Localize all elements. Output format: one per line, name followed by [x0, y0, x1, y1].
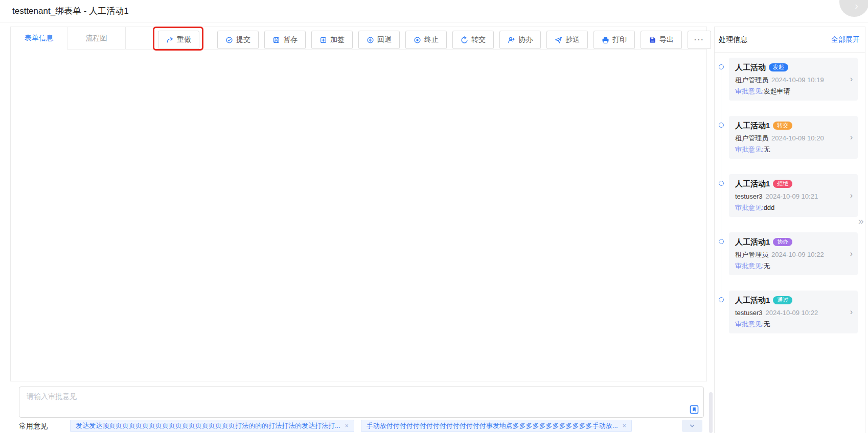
assist-button[interactable]: 协办 — [499, 31, 541, 49]
expand-all-link[interactable]: 全部展开 — [831, 35, 860, 44]
tab-form-info[interactable]: 表单信息 — [11, 27, 67, 49]
terminate-button[interactable]: 终止 — [405, 31, 447, 49]
terminate-icon — [414, 36, 421, 44]
process-info-panel: 处理信息 全部展开 人工活动 发起 租户管理员 2024-10-09 10:19… — [714, 27, 865, 433]
submit-icon — [225, 36, 233, 44]
timeline-card[interactable]: 人工活动1 转交 租户管理员 2024-10-09 10:20 › 审批意见:无 — [729, 116, 858, 159]
timeline-item-title: 人工活动1 — [735, 179, 770, 188]
opinion-tag-text: 发达发达顶页页页页页页页页页页页页页页页页页页页打法的的的打法打法的发达打法打.… — [76, 421, 340, 430]
timeline-card[interactable]: 人工活动 发起 租户管理员 2024-10-09 10:19 › 审批意见:发起… — [729, 58, 858, 101]
comment-input-wrap — [19, 387, 704, 418]
comment-label: 审批意见: — [735, 204, 764, 211]
timeline-user: 租户管理员 — [735, 250, 768, 259]
chevron-right-icon[interactable]: › — [850, 307, 853, 317]
workflow-window: testtenant_绑表单 - 人工活动1 › 表单信息 流程图 重做 提交 — [0, 0, 868, 433]
add-sign-button[interactable]: 加签 — [311, 31, 353, 49]
timeline-item: 人工活动1 拒绝 testuser3 2024-10-09 10:21 › 审批… — [729, 174, 857, 217]
save-draft-icon — [272, 36, 280, 44]
timeline-card[interactable]: 人工活动1 协办 租户管理员 2024-10-09 10:22 › 审批意见:无 — [729, 232, 858, 275]
timeline-list: 人工活动 发起 租户管理员 2024-10-09 10:19 › 审批意见:发起… — [715, 53, 865, 333]
redo-button[interactable]: 重做 — [158, 31, 199, 49]
print-icon — [602, 36, 609, 44]
timeline-user: 租户管理员 — [735, 133, 768, 143]
chevron-right-icon[interactable]: › — [850, 133, 853, 142]
close-icon[interactable]: × — [345, 422, 349, 429]
opinion-tag-list: 发达发达顶页页页页页页页页页页页页页页页页页页页打法的的的打法打法的发达打法打.… — [70, 420, 632, 432]
timeline-user: 租户管理员 — [735, 75, 768, 85]
close-icon[interactable]: × — [623, 422, 626, 429]
timeline-user: testuser3 — [735, 191, 762, 201]
timeline-time: 2024-10-09 10:22 — [771, 250, 824, 259]
timeline-dot-icon — [719, 239, 724, 244]
titlebar: testtenant_绑表单 - 人工活动1 — [0, 0, 868, 22]
comment-value: 无 — [764, 146, 770, 153]
timeline-time: 2024-10-09 10:20 — [771, 133, 824, 143]
opinion-tag-text: 手动放付付付付付付付付付付付付付付付事发地点多多多多多多多多多多多多手动放... — [367, 421, 618, 430]
rollback-icon — [367, 36, 374, 44]
status-badge: 转交 — [773, 122, 792, 130]
timeline-time: 2024-10-09 10:19 — [771, 75, 824, 85]
submit-button[interactable]: 提交 — [217, 31, 259, 49]
cc-icon — [555, 36, 562, 44]
page-title: testtenant_绑表单 - 人工活动1 — [12, 5, 129, 17]
timeline-card[interactable]: 人工活动1 通过 testuser3 2024-10-09 10:22 › 审批… — [729, 291, 858, 333]
timeline-time: 2024-10-09 10:21 — [765, 191, 818, 201]
common-phrases-icon[interactable] — [690, 405, 699, 414]
timeline-item-title: 人工活动1 — [735, 295, 770, 305]
timeline-dot-icon — [719, 123, 724, 128]
panel-title: 处理信息 — [719, 35, 747, 44]
save-draft-button[interactable]: 暂存 — [264, 31, 306, 49]
add-sign-icon — [319, 36, 327, 44]
timeline-item: 人工活动1 通过 testuser3 2024-10-09 10:22 › 审批… — [729, 291, 857, 333]
chevron-right-icon[interactable]: › — [850, 249, 853, 258]
toolbar: 重做 提交 暂存 加签 回退 — [158, 31, 711, 49]
timeline-time: 2024-10-09 10:22 — [765, 308, 818, 318]
scrollbar[interactable] — [709, 392, 713, 433]
assist-icon — [508, 36, 515, 44]
comment-value: 无 — [764, 262, 770, 270]
chevron-right-icon: › — [855, 0, 858, 12]
status-badge: 协办 — [773, 238, 792, 246]
forward-icon — [461, 36, 468, 44]
panel-collapse-handle[interactable]: » — [858, 215, 864, 227]
comment-label: 审批意见: — [735, 320, 764, 328]
timeline-item: 人工活动 发起 租户管理员 2024-10-09 10:19 › 审批意见:发起… — [729, 58, 857, 101]
timeline-item-title: 人工活动1 — [735, 237, 770, 247]
comment-input[interactable] — [19, 387, 704, 418]
timeline-card[interactable]: 人工活动1 拒绝 testuser3 2024-10-09 10:21 › 审批… — [729, 174, 858, 217]
timeline-item: 人工活动1 协办 租户管理员 2024-10-09 10:22 › 审批意见:无 — [729, 232, 857, 275]
status-badge: 通过 — [773, 296, 792, 304]
timeline-item-title: 人工活动 — [735, 62, 766, 72]
print-button[interactable]: 打印 — [593, 31, 635, 49]
export-icon — [649, 36, 656, 44]
tab-bar: 表单信息 流程图 重做 提交 暂存 — [11, 27, 706, 50]
comment-value: 无 — [764, 320, 770, 328]
chevron-right-icon[interactable]: › — [850, 191, 853, 200]
comment-value: 发起申请 — [764, 87, 790, 95]
timeline-user: testuser3 — [735, 308, 762, 318]
export-button[interactable]: 导出 — [641, 31, 682, 49]
timeline-item-title: 人工活动1 — [735, 121, 770, 130]
opinions-expand-button[interactable] — [682, 420, 702, 432]
timeline-dot-icon — [719, 297, 724, 302]
ellipsis-icon: ··· — [694, 36, 704, 44]
forward-button[interactable]: 转交 — [452, 31, 494, 49]
timeline-dot-icon — [719, 181, 724, 186]
comment-label: 审批意见: — [735, 146, 764, 153]
chevron-down-icon — [689, 423, 695, 429]
comment-label: 审批意见: — [735, 87, 764, 95]
panel-header: 处理信息 全部展开 — [715, 27, 865, 53]
chevron-right-icon[interactable]: › — [850, 75, 853, 84]
comment-label: 审批意见: — [735, 262, 764, 270]
opinion-tag[interactable]: 手动放付付付付付付付付付付付付付付付事发地点多多多多多多多多多多多多手动放...… — [361, 420, 632, 432]
tab-flow-chart[interactable]: 流程图 — [67, 27, 126, 49]
timeline-item: 人工活动1 转交 租户管理员 2024-10-09 10:20 › 审批意见:无 — [729, 116, 857, 159]
opinion-tag[interactable]: 发达发达顶页页页页页页页页页页页页页页页页页页页打法的的的打法打法的发达打法打.… — [70, 420, 354, 432]
status-badge: 发起 — [769, 63, 788, 71]
rollback-button[interactable]: 回退 — [358, 31, 400, 49]
cc-button[interactable]: 抄送 — [546, 31, 588, 49]
comment-value: ddd — [764, 204, 775, 211]
redo-icon — [166, 36, 174, 44]
more-actions-button[interactable]: ··· — [688, 31, 711, 49]
status-badge: 拒绝 — [773, 180, 792, 188]
